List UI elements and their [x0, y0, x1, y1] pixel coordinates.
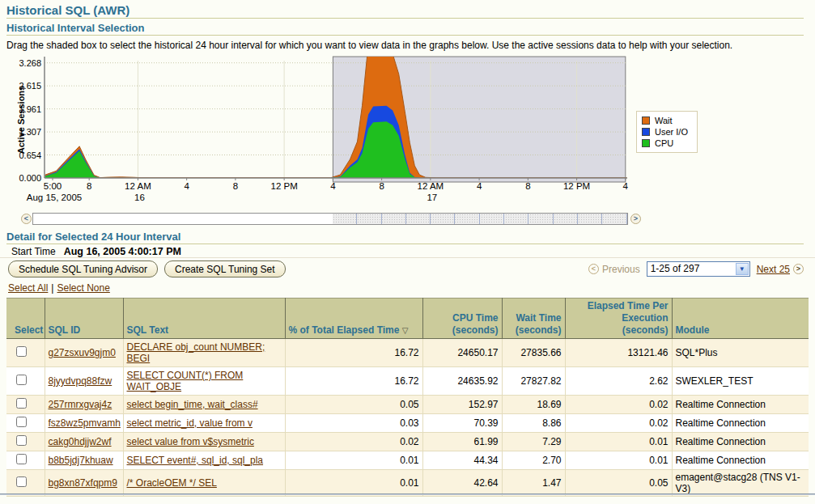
- module-cell: emagent@stacg28 (TNS V1-V3): [672, 470, 809, 497]
- pct-elapsed-cell: 0.02: [285, 433, 422, 451]
- slider-left-arrow-icon[interactable]: <: [21, 214, 32, 224]
- row-checkbox[interactable]: [16, 435, 27, 446]
- col-header-select: Select: [6, 299, 45, 339]
- pct-elapsed-cell: 0.03: [285, 414, 422, 433]
- interval-section-rule: [6, 35, 804, 36]
- sql-id-link[interactable]: 8jyydvpq88fzw: [49, 375, 112, 387]
- svg-text:Active Sessions: Active Sessions: [16, 86, 26, 154]
- sql-id-link[interactable]: b8b5jdj7khuaw: [49, 455, 113, 466]
- select-links: Select All|Select None: [8, 282, 110, 294]
- module-cell: Realtime Connection: [672, 451, 809, 470]
- interval-slider-track[interactable]: [32, 213, 628, 225]
- table-header-row: Select SQL ID SQL Text % of Total Elapse…: [6, 299, 809, 339]
- historical-sql-awr-page: Historical SQL (AWR) Historical Interval…: [0, 0, 815, 504]
- col-header-elapsed-per-exec: Elapsed Time Per Execution (seconds): [565, 299, 672, 339]
- select-dropdown-arrow-icon[interactable]: ▼: [736, 263, 749, 275]
- svg-text:Aug 15, 2005: Aug 15, 2005: [27, 193, 82, 202]
- sql-text-link[interactable]: DECLARE obj_count NUMBER; BEGI: [127, 341, 265, 364]
- wait-color-swatch: [642, 116, 650, 125]
- row-checkbox[interactable]: [16, 375, 27, 385]
- sort-descending-icon: ▽: [402, 326, 409, 335]
- cpu-color-swatch: [642, 139, 650, 147]
- next-page-icon[interactable]: >: [793, 264, 804, 274]
- pct-elapsed-cell: 16.72: [285, 367, 422, 396]
- sql-id-link[interactable]: g27zsxuv9gjm0: [49, 347, 116, 358]
- module-cell: Realtime Connection: [672, 433, 809, 451]
- sql-id-link[interactable]: fsz8wz5pmvamh: [49, 417, 121, 429]
- row-checkbox[interactable]: [16, 476, 27, 487]
- module-cell: Realtime Connection: [672, 396, 809, 414]
- row-checkbox[interactable]: [16, 398, 27, 409]
- cpu-time-cell: 61.99: [422, 433, 502, 451]
- col-header-cpu-time: CPU Time (seconds): [422, 299, 502, 339]
- start-time-label: Start Time: [11, 246, 56, 257]
- sql-text-link[interactable]: select metric_id, value from v: [127, 417, 253, 429]
- sql-id-link[interactable]: 257rmrxgvaj4z: [49, 399, 112, 410]
- row-checkbox[interactable]: [16, 417, 27, 427]
- sql-id-link[interactable]: cakg0hdjjw2wf: [49, 436, 112, 447]
- svg-text:8: 8: [379, 181, 384, 191]
- elapsed-per-exec-cell: 0.05: [565, 470, 672, 497]
- elapsed-per-exec-cell: 2.62: [565, 367, 672, 396]
- sql-text-link[interactable]: SELECT event#, sql_id, sql_pla: [127, 455, 264, 466]
- table-row: 8jyydvpq88fzwSELECT COUNT(*) FROM WAIT_O…: [6, 367, 809, 396]
- module-cell: SWEXLER_TEST: [672, 367, 809, 396]
- sql-text-link[interactable]: /* OracleOEM */ SEL: [127, 477, 217, 489]
- svg-text:16: 16: [134, 193, 145, 202]
- start-time-value: Aug 16, 2005 4:00:17 PM: [64, 246, 181, 257]
- create-sql-tuning-set-button[interactable]: Create SQL Tuning Set: [164, 260, 286, 277]
- legend-item-user-io: User I/O: [642, 126, 693, 138]
- col-header-wait-time: Wait Time (seconds): [502, 299, 565, 339]
- page-range-value: 1-25 of 297: [651, 263, 700, 274]
- svg-text:8: 8: [525, 181, 530, 191]
- svg-text:4: 4: [477, 181, 482, 191]
- row-checkbox[interactable]: [16, 346, 27, 357]
- previous-page-icon: <: [588, 264, 599, 274]
- cpu-time-cell: 42.64: [422, 470, 502, 497]
- user-io-color-swatch: [642, 128, 650, 136]
- wait-time-cell: 1.47: [502, 470, 565, 497]
- svg-text:8: 8: [87, 181, 91, 191]
- sql-text-link[interactable]: SELECT COUNT(*) FROM WAIT_OBJE: [127, 370, 244, 392]
- pct-elapsed-cell: 0.01: [285, 470, 422, 497]
- cpu-time-cell: 44.34: [422, 451, 502, 470]
- page-title: Historical SQL (AWR): [6, 3, 129, 17]
- wait-time-cell: 27827.82: [502, 367, 565, 396]
- interval-slider-shaded-region[interactable]: [333, 214, 627, 224]
- sql-id-link[interactable]: bg8xn87xfqpm9: [49, 477, 117, 489]
- start-time-row: Start TimeAug 16, 2005 4:00:17 PM: [11, 246, 181, 257]
- svg-text:4: 4: [184, 181, 189, 191]
- svg-text:8: 8: [233, 181, 238, 191]
- pct-elapsed-cell: 0.01: [285, 451, 422, 470]
- select-all-link[interactable]: Select All: [8, 282, 48, 294]
- elapsed-per-exec-cell: 0.02: [565, 414, 672, 433]
- select-none-link[interactable]: Select None: [57, 282, 109, 294]
- slider-right-arrow-icon[interactable]: >: [630, 214, 641, 224]
- module-cell: SQL*Plus: [672, 339, 809, 367]
- elapsed-per-exec-cell: 0.01: [565, 433, 672, 451]
- col-header-pct-elapsed[interactable]: % of Total Elapsed Time ▽: [285, 299, 422, 339]
- sql-text-link[interactable]: select begin_time, wait_class#: [127, 399, 258, 410]
- wait-time-cell: 7.29: [502, 433, 565, 451]
- table-row: 257rmrxgvaj4zselect begin_time, wait_cla…: [6, 396, 809, 414]
- table-row: bg8xn87xfqpm9/* OracleOEM */ SEL0.0142.6…: [6, 470, 809, 497]
- schedule-sql-tuning-advisor-button[interactable]: Schedule SQL Tuning Advisor: [8, 260, 158, 277]
- chart-legend: Wait User I/O CPU: [636, 111, 698, 153]
- module-cell: Realtime Connection: [672, 414, 809, 433]
- cpu-time-cell: 24650.17: [422, 339, 502, 367]
- col-header-sql-text: SQL Text: [123, 299, 285, 339]
- detail-section-heading: Detail for Selected 24 Hour Interval: [6, 231, 180, 243]
- sql-detail-table: Select SQL ID SQL Text % of Total Elapse…: [6, 298, 809, 497]
- detail-section-rule: [6, 244, 804, 244]
- legend-item-cpu: CPU: [642, 138, 693, 149]
- page-range-select[interactable]: 1-25 of 297 ▼: [647, 261, 750, 277]
- sql-text-link[interactable]: select value from v$sysmetric: [127, 436, 254, 447]
- title-rule: [6, 18, 804, 19]
- svg-text:12 AM: 12 AM: [125, 181, 151, 191]
- page-bottom-divider: [0, 493, 815, 495]
- table-row: g27zsxuv9gjm0DECLARE obj_count NUMBER; B…: [6, 339, 809, 367]
- svg-text:12 AM: 12 AM: [418, 181, 444, 191]
- next-25-link[interactable]: Next 25: [757, 264, 790, 275]
- svg-text:4: 4: [330, 181, 336, 191]
- row-checkbox[interactable]: [16, 454, 27, 464]
